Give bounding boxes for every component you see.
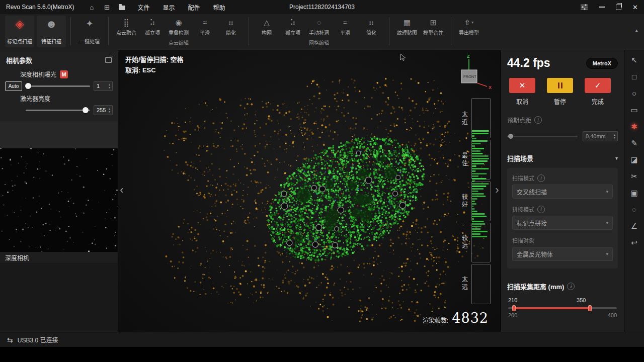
- simplify-button[interactable]: ⠶ 简化: [218, 16, 244, 36]
- depth-camera-preview[interactable]: [0, 148, 118, 252]
- laser-slider-handle[interactable]: [83, 107, 89, 113]
- point-distance-slider[interactable]: [507, 136, 578, 137]
- scan-scene-section[interactable]: 扫描场景 ▾: [507, 153, 618, 163]
- texture-map-button[interactable]: ▦ 纹理贴图: [394, 16, 420, 36]
- close-button[interactable]: ✕: [632, 4, 638, 11]
- exposure-value-stepper[interactable]: 1 ▲▼: [94, 81, 113, 91]
- export-group: ⇧▾ 导出模型: [456, 16, 482, 47]
- rect-select-tool[interactable]: □: [628, 73, 640, 81]
- info-icon[interactable]: i: [537, 174, 545, 182]
- menu-accessories[interactable]: 配件: [188, 3, 200, 12]
- fill-hole-tool[interactable]: ◌: [628, 206, 640, 214]
- measure-tool[interactable]: ∠: [628, 222, 640, 230]
- fps-readout: 44.2 fps: [507, 56, 550, 70]
- simplify-icon: ⠶: [228, 16, 234, 28]
- open-folder-icon[interactable]: [117, 4, 126, 11]
- device-badge[interactable]: MetroX: [586, 58, 618, 69]
- feature-scan-button[interactable]: ☻ 特征扫描: [37, 16, 66, 47]
- gauge-label-far: 较远: [458, 222, 470, 263]
- info-icon[interactable]: i: [567, 283, 575, 290]
- step-down-icon[interactable]: ▼: [108, 111, 111, 113]
- cursor-tool[interactable]: ↖: [628, 56, 640, 64]
- range-handle-low[interactable]: [512, 305, 516, 311]
- mesh-smooth-icon: ≈: [343, 16, 347, 28]
- toolbar-divider: [249, 17, 249, 45]
- orientation-gizmo[interactable]: Z FRONT X: [448, 52, 494, 90]
- toolbar-collapse-chevron[interactable]: ▴: [635, 27, 638, 34]
- auto-exposure-button[interactable]: Auto: [5, 81, 22, 91]
- project-title: Project11282024134703: [289, 4, 355, 11]
- step-up-icon[interactable]: ▲: [108, 108, 111, 110]
- marker-scan-icon: ◈: [16, 18, 24, 31]
- pointcloud-edit-tool[interactable]: ✱: [628, 123, 640, 131]
- range-handle-high[interactable]: [588, 305, 592, 311]
- stitch-mode-select[interactable]: 标记点拼接 ▾: [512, 216, 613, 230]
- marker-scan-button[interactable]: ◈ 标记点扫描: [5, 16, 34, 47]
- lasso-select-tool[interactable]: ○: [628, 89, 640, 98]
- collapse-right-panel-chevron[interactable]: ›: [494, 180, 501, 200]
- step-down-icon[interactable]: ▼: [108, 86, 111, 89]
- fill-holes-button[interactable]: ◌ 手动补洞: [306, 16, 332, 36]
- exposure-slider[interactable]: [26, 85, 90, 87]
- mouse-cursor-icon: [400, 53, 406, 61]
- gauge-label-good: 较好: [458, 180, 470, 222]
- usb-status-text: USB3.0 已连接: [18, 335, 58, 344]
- mesh-edit-group-label: 网格编辑: [254, 39, 384, 47]
- model-merge-button[interactable]: ⊞ 模型合并: [420, 16, 446, 36]
- one-click-process-button[interactable]: ✦ 一键处理: [75, 16, 104, 47]
- settings-sliders-icon[interactable]: [580, 4, 588, 11]
- laser-value-stepper[interactable]: 255 ▲▼: [94, 105, 113, 115]
- manual-mode-badge[interactable]: M: [60, 70, 68, 78]
- camera-panel: 相机参数 深度相机曝光 M Auto 1 ▲▼ 激光器亮度 255 ▲▼ 深度相…: [0, 50, 118, 332]
- pause-scan-button[interactable]: [547, 78, 573, 93]
- gauge-label-too-close: 太近: [458, 98, 470, 139]
- menu-display[interactable]: 显示: [163, 3, 175, 12]
- toolbar-divider: [389, 17, 389, 45]
- range-low-value: 210: [508, 297, 517, 303]
- scan-object-select[interactable]: 金属反光物体 ▾: [512, 247, 613, 261]
- undo-tool[interactable]: ↩: [628, 239, 640, 247]
- 3d-viewport[interactable]: 开始/暂停扫描: 空格 取消: ESC Z FRONT X ‹ › 太近 最佳 …: [118, 50, 501, 332]
- scan-mode-select[interactable]: 交叉线扫描 ▾: [512, 185, 613, 199]
- cancel-scan-button[interactable]: ✕: [509, 78, 535, 93]
- mesh-simplify-button[interactable]: ⠶ 简化: [358, 16, 384, 36]
- home-icon[interactable]: ⌂: [87, 4, 96, 11]
- brush-tool[interactable]: ✎: [628, 139, 640, 147]
- collapse-left-panel-chevron[interactable]: ‹: [118, 180, 125, 200]
- mesh-isolated-button[interactable]: ⠵ 孤立项: [280, 16, 306, 36]
- range-slider-track[interactable]: [508, 307, 617, 309]
- fill-holes-icon: ◌: [317, 16, 321, 28]
- step-up-icon[interactable]: ▲: [108, 83, 111, 86]
- info-icon[interactable]: i: [534, 116, 542, 124]
- popout-window-icon[interactable]: [105, 57, 112, 63]
- info-icon[interactable]: i: [537, 206, 545, 213]
- isolated-points-button[interactable]: ⠵ 孤立项: [139, 16, 166, 36]
- exposure-label: 深度相机曝光: [20, 70, 56, 78]
- exposure-slider-handle[interactable]: [25, 83, 31, 89]
- restore-button[interactable]: [616, 5, 621, 10]
- pointcloud-fusion-button[interactable]: ⣿ 点云融合: [113, 16, 139, 36]
- laser-brightness-slider[interactable]: [26, 110, 90, 111]
- scissors-tool[interactable]: ✂: [628, 172, 640, 180]
- scan-scene-group: 扫描模式 i 交叉线扫描 ▾ 拼接模式 i 标记点拼接 ▾ 扫描对象 金属反: [507, 168, 618, 268]
- menu-help[interactable]: 帮助: [213, 3, 225, 12]
- export-model-button[interactable]: ⇧▾ 导出模型: [456, 16, 482, 36]
- point-distance-stepper[interactable]: 0.40mm ▲▼: [583, 131, 618, 141]
- camera-preview-secondary: [0, 121, 118, 148]
- step-up-icon[interactable]: ▲: [613, 134, 616, 136]
- point-distance-handle[interactable]: [508, 134, 513, 139]
- smooth-button[interactable]: ≈ 平滑: [192, 16, 218, 36]
- overlap-detect-icon: ◉: [175, 16, 182, 28]
- pointcloud-edit-group-label: 点云编辑: [113, 39, 244, 47]
- minimize-button[interactable]: [599, 7, 605, 8]
- plane-cut-tool[interactable]: ◪: [628, 156, 640, 164]
- comment-tool[interactable]: ▭: [628, 106, 640, 114]
- overlap-detect-button[interactable]: ◉ 重叠检测: [166, 16, 192, 36]
- step-down-icon[interactable]: ▼: [613, 137, 616, 139]
- menu-file[interactable]: 文件: [137, 3, 149, 12]
- mesh-smooth-button[interactable]: ≈ 平滑: [332, 16, 358, 36]
- duplicate-tool[interactable]: ▣: [628, 189, 640, 197]
- new-project-icon[interactable]: ⊞: [102, 4, 111, 11]
- complete-scan-button[interactable]: ✓: [585, 78, 611, 93]
- mesh-build-button[interactable]: △ 构网: [254, 16, 280, 36]
